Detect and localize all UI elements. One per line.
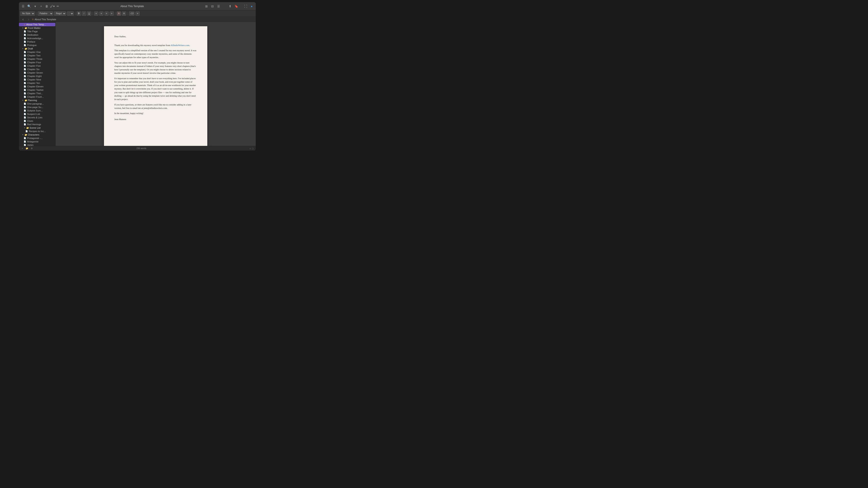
sidebar-item-dedication[interactable]: 📄 Dedication [19, 33, 55, 37]
sidebar-item-ch14[interactable]: 📄 Chapter Fourt... [19, 95, 55, 99]
characters-triangle: ▼ [22, 134, 24, 136]
navigate-button[interactable]: ▾ [33, 4, 37, 9]
add-doc-button[interactable]: + [21, 147, 24, 150]
mark-button[interactable]: 🖊▾ [50, 4, 55, 9]
item-subplot: Subplot Sum... [27, 109, 42, 112]
font-select[interactable]: Palatino [38, 11, 53, 16]
doc-icon-ch1: 📄 [24, 51, 26, 53]
sidebar-item-protagonist[interactable]: 📄 Protagonist -... [19, 136, 55, 140]
sidebar-item-clues[interactable]: 📄 Clues [19, 119, 55, 123]
bookmark-button[interactable]: 🔖 [234, 4, 239, 9]
doc-paragraph-2: This template is a simplified version of… [114, 49, 197, 59]
sidebar-item-ch11[interactable]: 📄 Chapter Eleven [19, 85, 55, 88]
edit-button[interactable]: ✏ [56, 4, 60, 9]
sidebar-item-ch13[interactable]: 📄 Chapter Thirt... [19, 92, 55, 95]
sidebar-folder-draft[interactable]: ▼ 📁 Draft [19, 47, 55, 51]
underline-button[interactable]: U [87, 11, 91, 16]
sidebar-item-onepara[interactable]: 📄 One-paragrap... [19, 102, 55, 105]
active-item-name: About This Temp... [26, 23, 46, 26]
planning-folder-icon: 📁 [25, 99, 27, 102]
sidebar-item-onepage[interactable]: 📄 One-page Su... [19, 105, 55, 109]
sidebar-folder-characters[interactable]: ▼ 📁 Characters [19, 133, 55, 136]
sidebar-item-subplot[interactable]: 📄 Subplot Sum... [19, 109, 55, 112]
breadcrumb-item: About This Template [35, 18, 56, 21]
align-justify-button[interactable]: ≡ [110, 11, 114, 16]
sidebar-item-redhearings[interactable]: 📄 Red Herrings [19, 123, 55, 126]
delete-button[interactable]: 🗑 [44, 4, 49, 9]
sidebar-item-ch2[interactable]: 📄 Chapter Two [19, 54, 55, 57]
sidebar-item-titlepage[interactable]: 📄 Title Page [19, 30, 55, 33]
sidebar-item-ch6[interactable]: 📄 Chapter Six [19, 68, 55, 71]
sidebar-item-preface[interactable]: 📄 Preface [19, 40, 55, 43]
status-icon-1[interactable]: ○ [249, 147, 251, 150]
sidebar-toggle-button[interactable]: ☰ [21, 4, 25, 9]
characters-folder-icon: 📁 [25, 134, 27, 136]
add-button[interactable]: ＋ [39, 4, 43, 9]
sidebar-item-ch10[interactable]: 📄 Chapter Ten [19, 81, 55, 85]
sidebar-item-ch7[interactable]: 📄 Chapter Seven [19, 71, 55, 74]
size-select[interactable]: 13 [67, 11, 74, 16]
sidebar-item-secretslies[interactable]: 📄 Secrets & Lies [19, 116, 55, 119]
align-left-button[interactable]: ≡ [94, 11, 98, 16]
sidebar-item-suspectlist[interactable]: 📄 Suspect List [19, 112, 55, 116]
active-warning-icon: ⚠ [24, 24, 26, 26]
item-protagonist: Protagonist -... [27, 137, 42, 139]
line-height-button[interactable]: ↕ 13 [129, 11, 134, 16]
doc-link[interactable]: AllIndieWriters.com [171, 44, 189, 46]
forward-button[interactable]: › [26, 17, 31, 22]
sidebar-item-ch9[interactable]: 📄 Chapter Nine [19, 78, 55, 81]
align-center-button[interactable]: ≡ [99, 11, 103, 16]
search-button[interactable]: 🔍 [27, 4, 31, 9]
sidebar-folder-scenelist[interactable]: ▼ 📁 Scene List [19, 126, 55, 130]
sidebar-item-acknowledge[interactable]: 📄 Acknowledge... [19, 37, 55, 40]
doc-icon-ch11: 📄 [24, 86, 26, 88]
fullscreen-button[interactable]: ⛶ [243, 4, 248, 9]
item-onepage: One-page Su... [27, 106, 43, 108]
sidebar-item-antagonist[interactable]: 📄 Antagonist [19, 140, 55, 143]
sidebar-folder-planning[interactable]: ▼ 📁 Planning [19, 99, 55, 102]
settings-status-button[interactable]: ⚙ [30, 147, 33, 150]
list-button[interactable]: ≡ [135, 11, 140, 16]
doc-icon-ch9: 📄 [24, 78, 26, 81]
format-btn-2[interactable]: A [122, 11, 126, 16]
sidebar-item-victim[interactable]: 📄 Victim [19, 143, 55, 146]
sidebar-item-ch4[interactable]: 📄 Chapter Four [19, 61, 55, 64]
back-button[interactable]: ‹ [21, 17, 25, 22]
share-button[interactable]: ⬆ [228, 4, 232, 9]
characters-label: Characters [28, 133, 39, 136]
sidebar-item-ch3[interactable]: 📄 Chapter Three [19, 57, 55, 61]
doc-icon-recipes: 📄 [25, 130, 28, 132]
format-btn-1[interactable]: A [117, 11, 121, 16]
outline-view-button[interactable]: ⊟ [210, 4, 215, 9]
sidebar-item-prologue[interactable]: 📄 Prologue [19, 43, 55, 47]
status-bar: + 📁 ⚙ 236 words ○ □ [19, 146, 256, 151]
doc-paragraph-3: You can adjust this to fit your story's … [114, 61, 197, 75]
bold-button[interactable]: B [76, 11, 81, 16]
doc-paragraph-1: Thank you for downloading this mystery n… [114, 44, 197, 47]
doc-icon-dedication: 📄 [24, 34, 26, 36]
item-clues: Clues [27, 120, 33, 122]
doc-icon-ch4: 📄 [24, 61, 26, 63]
doc-icon-suspectlist: 📄 [24, 113, 26, 115]
sidebar-folder-frontmatter[interactable]: ▼ 📁 Front Matter [19, 26, 55, 30]
title-bar: ☰ 🔍 ▾ ＋ 🗑 🖊▾ ✏ About This Template ⊞ ⊟ ☰… [19, 2, 256, 10]
status-right: ○ □ [249, 147, 254, 150]
doc-signature: Jenn Mattern [114, 118, 197, 121]
weight-select[interactable]: Regular [54, 11, 66, 16]
sidebar-item-ch12[interactable]: 📄 Chapter Twelve [19, 88, 55, 92]
list-view-button[interactable]: ☰ [216, 4, 221, 9]
item-ch14: Chapter Fourt... [27, 96, 44, 98]
sidebar-item-active[interactable]: ⚠ About This Temp... [19, 23, 55, 26]
item-ch8: Chapter Eight [27, 75, 41, 77]
grid-view-button[interactable]: ⊞ [204, 4, 209, 9]
status-icon-2[interactable]: □ [252, 147, 254, 150]
sidebar-item-ch8[interactable]: 📄 Chapter Eight [19, 74, 55, 78]
sidebar-item-ch1[interactable]: 📄 Chapter One [19, 51, 55, 54]
sidebar-item-ch5[interactable]: 📄 Chapter Five [19, 64, 55, 68]
folder-button[interactable]: 📁 [25, 147, 29, 150]
sidebar-item-recipes[interactable]: 📄 Recipes to Inc... [19, 130, 55, 133]
align-right-button[interactable]: ≡ [104, 11, 109, 16]
style-select[interactable]: No Style [20, 11, 35, 16]
user-button[interactable]: ● [249, 4, 254, 9]
italic-button[interactable]: I [82, 11, 86, 16]
